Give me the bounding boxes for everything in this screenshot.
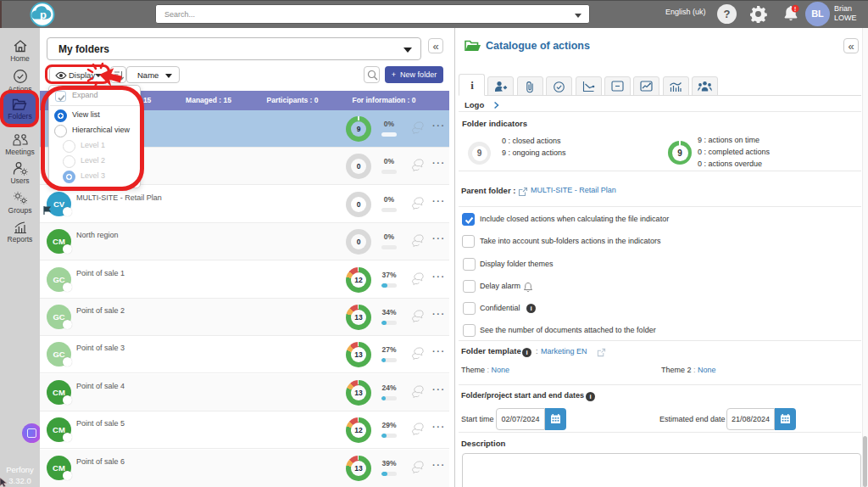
svg-text:!: ! [794, 6, 796, 12]
svg-text:i: i [470, 79, 474, 92]
svg-text:p: p [40, 8, 47, 21]
